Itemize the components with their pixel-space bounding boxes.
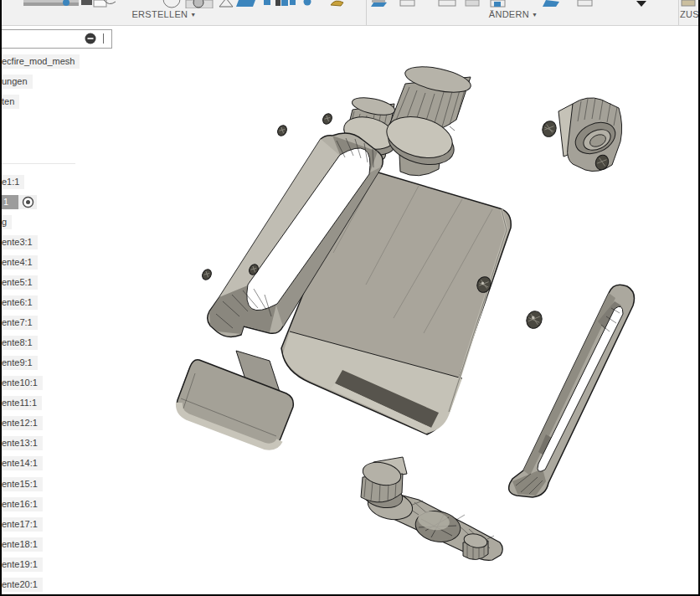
tree-item-component[interactable]: ente10:1	[0, 376, 43, 390]
toolbar: ERSTELLEN▼ ÄNDERN▼ ZUSA	[0, 0, 700, 26]
tree-item-selected[interactable]: 1	[0, 195, 37, 209]
activate-component-radio[interactable]	[21, 195, 36, 209]
text-cursor	[103, 33, 104, 44]
tree-item-component[interactable]: ente3:1	[0, 235, 38, 249]
browser-search-input[interactable]	[1, 29, 112, 49]
tree-item-component[interactable]: ente18:1	[0, 537, 43, 552]
part-bottom-bracket[interactable]	[361, 457, 503, 560]
viewport-canvas[interactable]	[0, 26, 700, 596]
tree-item-component[interactable]: ente6:1	[0, 295, 38, 310]
tree-item-component[interactable]: e1:1	[0, 175, 24, 189]
toolbar-divider	[366, 0, 367, 25]
tree-item-component[interactable]: ente15:1	[0, 477, 43, 491]
menu-aendern[interactable]: ÄNDERN▼	[455, 9, 572, 19]
tree-item-component[interactable]: ente14:1	[0, 456, 43, 470]
tree-item-component[interactable]: ente7:1	[0, 316, 38, 330]
toolbar-divider	[678, 0, 679, 25]
clear-search-icon[interactable]	[85, 33, 96, 44]
part-atomizer-clamp[interactable]	[558, 98, 622, 172]
tree-item-component[interactable]: ente19:1	[0, 557, 43, 572]
tree-item-selected-label[interactable]: 1	[0, 195, 18, 209]
chevron-down-icon: ▼	[190, 12, 196, 18]
tree-item-component[interactable]: ente5:1	[0, 275, 38, 290]
tree-item-named-views[interactable]: ten	[0, 95, 19, 109]
tree-item-component[interactable]: ente20:1	[0, 578, 43, 592]
tree-item-component[interactable]: ente13:1	[0, 436, 43, 450]
menu-zusammenfuegen[interactable]: ZUSA	[680, 9, 700, 19]
tree-item-component[interactable]: ente8:1	[0, 336, 38, 350]
tree-item-component[interactable]: ente17:1	[0, 517, 43, 532]
tree-item-component[interactable]: ente9:1	[0, 356, 38, 370]
tree-item-component[interactable]: ente11:1	[0, 396, 42, 410]
tree-item-component[interactable]: ente12:1	[0, 416, 43, 430]
window-border-left	[0, 0, 2, 596]
tree-item-component[interactable]: ente16:1	[0, 497, 43, 511]
tree-item-settings[interactable]: ungen	[0, 74, 33, 89]
tree-item-origin[interactable]: g	[0, 215, 12, 229]
cropped-toolbar-icons[interactable]	[0, 0, 700, 8]
tree-item-document-root[interactable]: ecfire_mod_mesh	[0, 54, 80, 69]
menu-erstellen[interactable]: ERSTELLEN▼	[106, 9, 223, 19]
chevron-down-icon: ▼	[532, 12, 538, 18]
tree-item-component[interactable]: ente4:1	[0, 255, 38, 270]
part-fire-button[interactable]	[177, 351, 293, 447]
part-knurled-cap-large[interactable]	[382, 62, 472, 176]
